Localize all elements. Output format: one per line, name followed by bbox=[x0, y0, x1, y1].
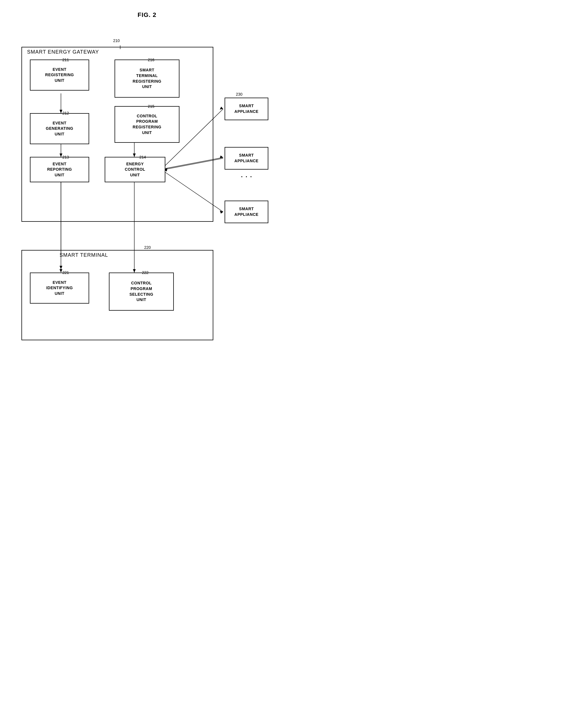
ref-211: 211 bbox=[62, 58, 69, 62]
svg-marker-14 bbox=[220, 107, 223, 109]
ref-216: 216 bbox=[148, 58, 154, 62]
event-generating-unit: EVENT GENERATING UNIT bbox=[30, 113, 89, 144]
ref-221: 221 bbox=[62, 270, 69, 275]
event-reporting-unit: EVENT REPORTING UNIT bbox=[30, 157, 89, 182]
terminal-label: SMART TERMINAL bbox=[60, 252, 108, 258]
event-registering-unit: EVENT REGISTERING UNIT bbox=[30, 60, 89, 90]
ref-214: 214 bbox=[140, 155, 146, 160]
ref-212: 212 bbox=[62, 111, 69, 115]
svg-marker-20 bbox=[220, 211, 223, 214]
ref-230: 230 bbox=[236, 92, 243, 97]
smart-appliance-1: SMART APPLIANCE bbox=[225, 98, 268, 120]
smart-terminal-registering-unit: SMART TERMINAL REGISTERING UNIT bbox=[114, 60, 180, 98]
gateway-label: SMART ENERGY GATEWAY bbox=[27, 49, 99, 55]
ref-213: 213 bbox=[62, 155, 69, 160]
ref-215: 215 bbox=[148, 104, 154, 109]
ref-220: 220 bbox=[144, 245, 151, 250]
energy-control-unit: ENERGY CONTROL UNIT bbox=[105, 157, 165, 182]
smart-appliance-3: SMART APPLIANCE bbox=[225, 200, 268, 223]
event-identifying-unit: EVENT IDENTIFYING UNIT bbox=[30, 273, 89, 303]
appliance-dots: · · · bbox=[241, 173, 253, 180]
figure-title: FIG. 2 bbox=[138, 11, 156, 19]
smart-appliance-2: SMART APPLIANCE bbox=[225, 147, 268, 170]
ref-222: 222 bbox=[142, 270, 148, 275]
control-program-registering-unit: CONTROL PROGRAM REGISTERING UNIT bbox=[114, 106, 180, 143]
control-program-selecting-unit: CONTROL PROGRAM SELECTING UNIT bbox=[109, 273, 174, 311]
svg-marker-18 bbox=[220, 155, 223, 158]
ref-210: 210 bbox=[113, 38, 120, 43]
